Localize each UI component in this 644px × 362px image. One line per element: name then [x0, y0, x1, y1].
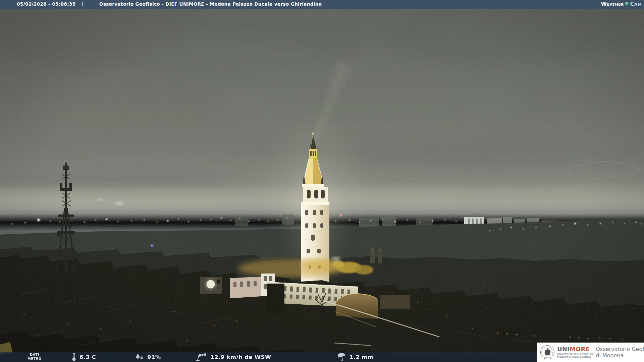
webcam-page: 05/02/2026 - 05:08:35 | Osservatorio Geo…: [0, 0, 644, 362]
timestamp: 05/02/2026 - 05:08:35: [17, 1, 76, 7]
thermometer-icon: [71, 353, 76, 361]
page-title: Osservatorio Geofisico - DIEF UNIMORE - …: [99, 1, 322, 7]
unimore-wordmark: UNIMORE UNIVERSITÀ DEGLI STUDI DI MODENA…: [557, 346, 593, 358]
seal-figure: [545, 348, 551, 356]
noise-overlay: [0, 0, 644, 362]
humidity-drops-icon: [135, 353, 144, 361]
humidity-value: 91%: [147, 354, 161, 360]
unimore-logo-box: UNIMORE UNIVERSITÀ DEGLI STUDI DI MODENA…: [537, 343, 644, 362]
webcam-photo: [0, 0, 644, 362]
wind-readout: 12.9 km/h da WSW: [195, 352, 271, 362]
weather-data-label: DATI METEO: [21, 353, 48, 361]
rain-readout: 1.2 mm: [337, 352, 374, 362]
observatory-name: Osservatorio Geofisico di Modena: [596, 346, 644, 359]
rain-value: 1.2 mm: [350, 354, 374, 360]
temperature-readout: 6.3 C: [71, 352, 96, 362]
unimore-seal-icon: [540, 345, 555, 360]
umbrella-icon: [337, 353, 346, 361]
weathercam-dot-icon: [625, 2, 629, 6]
separator: |: [82, 1, 84, 6]
windsock-icon: [195, 353, 207, 361]
temperature-value: 6.3 C: [79, 354, 96, 360]
humidity-readout: 91%: [135, 352, 161, 362]
weathercam-logo: WEATHER CAM: [601, 1, 642, 7]
wind-value: 12.9 km/h da WSW: [210, 354, 271, 360]
title-bar: 05/02/2026 - 05:08:35 | Osservatorio Geo…: [0, 0, 644, 9]
